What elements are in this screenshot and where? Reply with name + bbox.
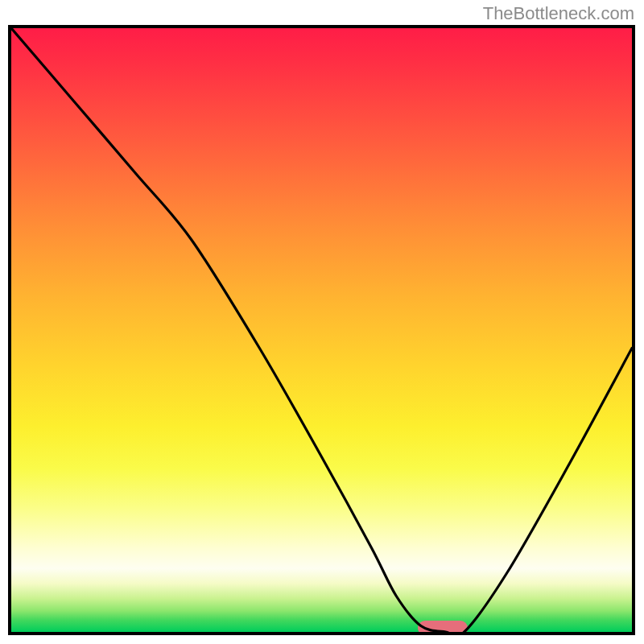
optimal-range-marker — [418, 621, 468, 632]
plot-frame — [8, 25, 635, 635]
watermark-label: TheBottleneck.com — [483, 3, 634, 24]
gradient-background — [11, 28, 632, 632]
plot-area — [11, 28, 632, 632]
